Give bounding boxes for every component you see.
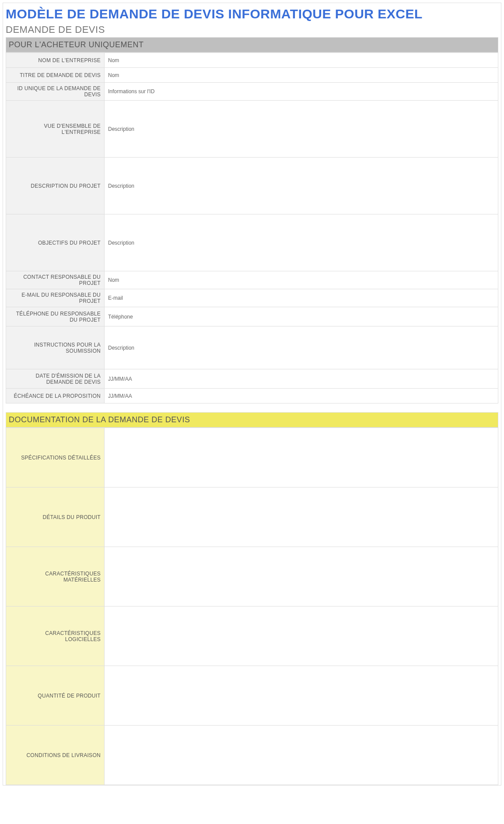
buyer-table: NOM DE L'ENTREPRISENomTITRE DE DEMANDE D… bbox=[6, 53, 498, 403]
table-row: VUE D'ENSEMBLE DE L'ENTREPRISEDescriptio… bbox=[6, 101, 498, 158]
field-label: OBJECTIFS DU PROJET bbox=[6, 214, 105, 271]
table-row: DATE D'ÉMISSION DE LA DEMANDE DE DEVISJJ… bbox=[6, 369, 498, 389]
field-value[interactable]: Téléphone bbox=[105, 307, 498, 326]
field-value[interactable]: Nom bbox=[105, 271, 498, 289]
field-value[interactable]: E-mail bbox=[105, 289, 498, 307]
table-row: SPÉCIFICATIONS DÉTAILLÉES bbox=[6, 428, 498, 487]
table-row: DESCRIPTION DU PROJETDescription bbox=[6, 158, 498, 214]
field-label: CONTACT RESPONSABLE DU PROJET bbox=[6, 271, 105, 289]
field-value[interactable]: JJ/MM/AA bbox=[105, 369, 498, 389]
field-label: VUE D'ENSEMBLE DE L'ENTREPRISE bbox=[6, 101, 105, 158]
field-label: NOM DE L'ENTREPRISE bbox=[6, 53, 105, 68]
field-value[interactable]: Description bbox=[105, 101, 498, 158]
field-label: QUANTITÉ DE PRODUIT bbox=[6, 666, 105, 726]
field-value[interactable] bbox=[105, 607, 498, 666]
table-row: E-MAIL DU RESPONSABLE DU PROJETE-mail bbox=[6, 289, 498, 307]
field-label: DÉTAILS DU PRODUIT bbox=[6, 487, 105, 547]
doc-section-header: DOCUMENTATION DE LA DEMANDE DE DEVIS bbox=[6, 412, 498, 428]
field-label: ÉCHÉANCE DE LA PROPOSITION bbox=[6, 389, 105, 403]
field-value[interactable] bbox=[105, 666, 498, 726]
field-value[interactable]: Description bbox=[105, 214, 498, 271]
table-row: OBJECTIFS DU PROJETDescription bbox=[6, 214, 498, 271]
field-label: TÉLÉPHONE DU RESPONSABLE DU PROJET bbox=[6, 307, 105, 326]
field-label: CARACTÉRISTIQUES MATÉRIELLES bbox=[6, 547, 105, 607]
table-row: ÉCHÉANCE DE LA PROPOSITIONJJ/MM/AA bbox=[6, 389, 498, 403]
field-label: TITRE DE DEMANDE DE DEVIS bbox=[6, 68, 105, 83]
table-row: TÉLÉPHONE DU RESPONSABLE DU PROJETTéléph… bbox=[6, 307, 498, 326]
table-row: CONDITIONS DE LIVRAISON bbox=[6, 726, 498, 785]
field-label: SPÉCIFICATIONS DÉTAILLÉES bbox=[6, 428, 105, 487]
field-value[interactable] bbox=[105, 726, 498, 785]
buyer-section-header: POUR L'ACHETEUR UNIQUEMENT bbox=[6, 37, 498, 53]
doc-table: SPÉCIFICATIONS DÉTAILLÉESDÉTAILS DU PROD… bbox=[6, 428, 498, 785]
table-row: NOM DE L'ENTREPRISENom bbox=[6, 53, 498, 68]
field-label: E-MAIL DU RESPONSABLE DU PROJET bbox=[6, 289, 105, 307]
table-row: DÉTAILS DU PRODUIT bbox=[6, 487, 498, 547]
field-label: ID UNIQUE DE LA DEMANDE DE DEVIS bbox=[6, 83, 105, 101]
field-value[interactable]: Nom bbox=[105, 53, 498, 68]
table-row: ID UNIQUE DE LA DEMANDE DE DEVISInformat… bbox=[6, 83, 498, 101]
field-label: INSTRUCTIONS POUR LA SOUMISSION bbox=[6, 326, 105, 369]
document-title: MODÈLE DE DEMANDE DE DEVIS INFORMATIQUE … bbox=[6, 7, 498, 21]
table-row: CONTACT RESPONSABLE DU PROJETNom bbox=[6, 271, 498, 289]
field-label: CARACTÉRISTIQUES LOGICIELLES bbox=[6, 607, 105, 666]
table-row: CARACTÉRISTIQUES LOGICIELLES bbox=[6, 607, 498, 666]
field-value[interactable] bbox=[105, 428, 498, 487]
table-row: CARACTÉRISTIQUES MATÉRIELLES bbox=[6, 547, 498, 607]
field-value[interactable] bbox=[105, 487, 498, 547]
document-page: MODÈLE DE DEMANDE DE DEVIS INFORMATIQUE … bbox=[3, 3, 501, 785]
table-row: INSTRUCTIONS POUR LA SOUMISSIONDescripti… bbox=[6, 326, 498, 369]
field-label: DATE D'ÉMISSION DE LA DEMANDE DE DEVIS bbox=[6, 369, 105, 389]
field-value[interactable]: Informations sur l'ID bbox=[105, 83, 498, 101]
field-value[interactable]: JJ/MM/AA bbox=[105, 389, 498, 403]
field-label: DESCRIPTION DU PROJET bbox=[6, 158, 105, 214]
field-value[interactable]: Description bbox=[105, 158, 498, 214]
document-subtitle: DEMANDE DE DEVIS bbox=[6, 24, 498, 35]
field-label: CONDITIONS DE LIVRAISON bbox=[6, 726, 105, 785]
field-value[interactable] bbox=[105, 547, 498, 607]
table-row: TITRE DE DEMANDE DE DEVISNom bbox=[6, 68, 498, 83]
field-value[interactable]: Nom bbox=[105, 68, 498, 83]
table-row: QUANTITÉ DE PRODUIT bbox=[6, 666, 498, 726]
field-value[interactable]: Description bbox=[105, 326, 498, 369]
